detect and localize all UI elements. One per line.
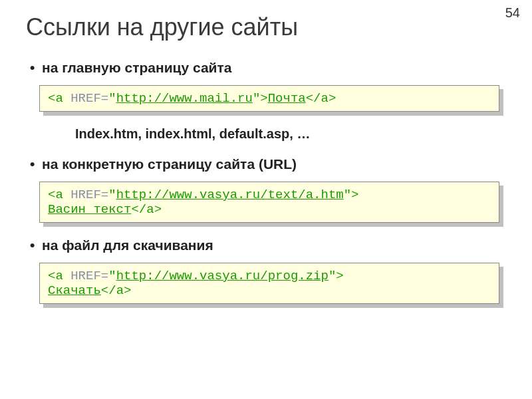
code-attr: HREF= <box>63 91 108 106</box>
code-close-bracket: > <box>260 91 267 106</box>
code-url: http://www.mail.ru <box>116 91 253 106</box>
note-index-files: Index.htm, index.html, default.asp, … <box>75 126 509 142</box>
bullet-main-page: на главную страницу сайта <box>30 60 509 76</box>
code-linktext: Почта <box>268 91 306 106</box>
bullet-download-file: на файл для скачивания <box>30 237 509 253</box>
code-close-tag: </a> <box>101 283 132 298</box>
code-box: <a HREF="http://www.vasya.ru/prog.zip">С… <box>39 263 499 304</box>
code-quote: " <box>253 91 260 106</box>
bullet-specific-page: на конкретную страницу сайта (URL) <box>30 156 509 172</box>
code-quote: " <box>108 188 116 202</box>
code-linktext: Васин текст <box>48 202 131 217</box>
code-linktext: Скачать <box>48 283 101 298</box>
code-quote: " <box>108 91 116 106</box>
code-quote: " <box>329 269 336 283</box>
code-example-1: <a HREF="http://www.mail.ru">Почта</a> <box>39 85 499 112</box>
code-close-tag: </a> <box>131 202 162 217</box>
code-quote: " <box>108 269 116 283</box>
code-example-3: <a HREF="http://www.vasya.ru/prog.zip">С… <box>39 263 499 304</box>
code-close-bracket: > <box>336 269 343 283</box>
code-url: http://www.vasya.ru/text/a.htm <box>116 188 344 202</box>
code-box: <a HREF="http://www.mail.ru">Почта</a> <box>39 85 499 112</box>
code-open-tag: <a <box>48 188 63 202</box>
code-open-tag: <a <box>48 91 63 106</box>
code-open-tag: <a <box>48 269 63 283</box>
code-url: http://www.vasya.ru/prog.zip <box>116 269 329 283</box>
code-attr: HREF= <box>63 188 108 202</box>
code-attr: HREF= <box>63 269 108 283</box>
code-close-tag: </a> <box>306 91 336 106</box>
page-number: 54 <box>505 5 520 21</box>
code-box: <a HREF="http://www.vasya.ru/text/a.htm"… <box>39 182 499 223</box>
code-close-bracket: > <box>351 188 358 202</box>
slide-title: Ссылки на другие сайты <box>26 13 509 41</box>
code-quote: " <box>344 188 351 202</box>
code-example-2: <a HREF="http://www.vasya.ru/text/a.htm"… <box>39 182 499 223</box>
slide-content: Ссылки на другие сайты на главную страни… <box>0 0 532 332</box>
